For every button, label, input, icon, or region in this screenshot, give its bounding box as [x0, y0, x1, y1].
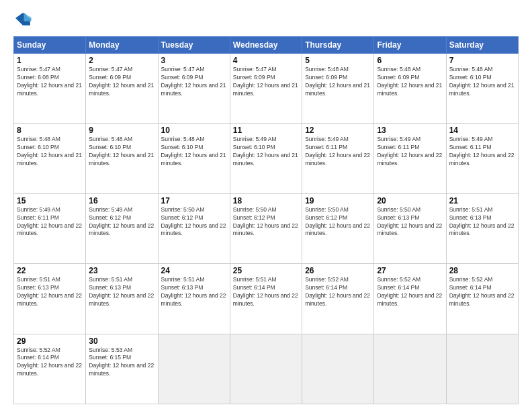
- table-row: 17 Sunrise: 5:50 AMSunset: 6:12 PMDaylig…: [158, 193, 230, 263]
- table-row: [302, 334, 374, 404]
- table-row: 12 Sunrise: 5:49 AMSunset: 6:11 PMDaylig…: [302, 124, 374, 193]
- header-wednesday: Wednesday: [230, 37, 302, 54]
- day-number: 4: [233, 56, 299, 65]
- calendar-table: Sunday Monday Tuesday Wednesday Thursday…: [13, 36, 519, 404]
- day-number: 9: [89, 126, 154, 135]
- day-info: Sunrise: 5:51 AMSunset: 6:13 PMDaylight:…: [161, 276, 227, 308]
- day-number: 22: [17, 266, 83, 275]
- day-number: 5: [305, 56, 371, 65]
- table-row: 30 Sunrise: 5:53 AMSunset: 6:15 PMDaylig…: [86, 334, 158, 404]
- header-monday: Monday: [86, 37, 158, 54]
- day-number: 8: [17, 126, 83, 135]
- table-row: 7 Sunrise: 5:48 AMSunset: 6:10 PMDayligh…: [446, 54, 518, 124]
- day-number: 13: [377, 126, 443, 135]
- header-saturday: Saturday: [446, 37, 518, 54]
- day-info: Sunrise: 5:47 AMSunset: 6:08 PMDaylight:…: [17, 66, 83, 98]
- header-thursday: Thursday: [302, 37, 374, 54]
- logo-icon: [13, 11, 32, 30]
- table-row: [374, 334, 446, 404]
- day-info: Sunrise: 5:49 AMSunset: 6:11 PMDaylight:…: [305, 136, 371, 168]
- day-info: Sunrise: 5:52 AMSunset: 6:14 PMDaylight:…: [305, 276, 371, 308]
- table-row: 4 Sunrise: 5:47 AMSunset: 6:09 PMDayligh…: [230, 54, 302, 124]
- day-info: Sunrise: 5:52 AMSunset: 6:14 PMDaylight:…: [17, 347, 83, 379]
- day-number: 18: [233, 196, 299, 205]
- table-row: 27 Sunrise: 5:52 AMSunset: 6:14 PMDaylig…: [374, 264, 446, 334]
- day-info: Sunrise: 5:51 AMSunset: 6:13 PMDaylight:…: [89, 276, 154, 308]
- table-row: 15 Sunrise: 5:49 AMSunset: 6:11 PMDaylig…: [14, 193, 86, 263]
- day-info: Sunrise: 5:48 AMSunset: 6:10 PMDaylight:…: [17, 136, 83, 168]
- table-row: 2 Sunrise: 5:47 AMSunset: 6:09 PMDayligh…: [86, 54, 158, 124]
- day-number: 17: [161, 196, 227, 205]
- table-row: 3 Sunrise: 5:47 AMSunset: 6:09 PMDayligh…: [158, 54, 230, 124]
- table-row: [230, 334, 302, 404]
- header-friday: Friday: [374, 37, 446, 54]
- table-row: 24 Sunrise: 5:51 AMSunset: 6:13 PMDaylig…: [158, 264, 230, 334]
- calendar-week-row: 22 Sunrise: 5:51 AMSunset: 6:13 PMDaylig…: [14, 264, 519, 334]
- page: Sunday Monday Tuesday Wednesday Thursday…: [0, 0, 532, 411]
- day-number: 10: [161, 126, 227, 135]
- table-row: 26 Sunrise: 5:52 AMSunset: 6:14 PMDaylig…: [302, 264, 374, 334]
- day-number: 27: [377, 266, 443, 275]
- header: [13, 11, 519, 30]
- day-number: 15: [17, 196, 83, 205]
- day-info: Sunrise: 5:49 AMSunset: 6:10 PMDaylight:…: [233, 136, 299, 168]
- table-row: 6 Sunrise: 5:48 AMSunset: 6:09 PMDayligh…: [374, 54, 446, 124]
- day-info: Sunrise: 5:48 AMSunset: 6:09 PMDaylight:…: [305, 66, 371, 98]
- day-number: 26: [305, 266, 371, 275]
- table-row: 16 Sunrise: 5:49 AMSunset: 6:12 PMDaylig…: [86, 193, 158, 263]
- day-number: 30: [89, 336, 154, 346]
- table-row: [446, 334, 518, 404]
- day-info: Sunrise: 5:47 AMSunset: 6:09 PMDaylight:…: [89, 66, 154, 98]
- day-number: 23: [89, 266, 154, 275]
- day-number: 28: [449, 266, 515, 275]
- day-info: Sunrise: 5:51 AMSunset: 6:13 PMDaylight:…: [17, 276, 83, 308]
- day-info: Sunrise: 5:50 AMSunset: 6:12 PMDaylight:…: [305, 206, 371, 238]
- day-info: Sunrise: 5:49 AMSunset: 6:11 PMDaylight:…: [377, 136, 443, 168]
- day-info: Sunrise: 5:49 AMSunset: 6:11 PMDaylight:…: [17, 206, 83, 238]
- table-row: 25 Sunrise: 5:51 AMSunset: 6:14 PMDaylig…: [230, 264, 302, 334]
- day-number: 19: [305, 196, 371, 205]
- day-info: Sunrise: 5:48 AMSunset: 6:10 PMDaylight:…: [161, 136, 227, 168]
- table-row: 14 Sunrise: 5:49 AMSunset: 6:11 PMDaylig…: [446, 124, 518, 193]
- day-info: Sunrise: 5:51 AMSunset: 6:13 PMDaylight:…: [449, 206, 515, 238]
- day-number: 20: [377, 196, 443, 205]
- day-info: Sunrise: 5:47 AMSunset: 6:09 PMDaylight:…: [161, 66, 227, 98]
- day-info: Sunrise: 5:48 AMSunset: 6:09 PMDaylight:…: [377, 66, 443, 98]
- table-row: 1 Sunrise: 5:47 AMSunset: 6:08 PMDayligh…: [14, 54, 86, 124]
- table-row: 11 Sunrise: 5:49 AMSunset: 6:10 PMDaylig…: [230, 124, 302, 193]
- day-number: 14: [449, 126, 515, 135]
- table-row: 13 Sunrise: 5:49 AMSunset: 6:11 PMDaylig…: [374, 124, 446, 193]
- day-number: 16: [89, 196, 154, 205]
- day-info: Sunrise: 5:48 AMSunset: 6:10 PMDaylight:…: [449, 66, 515, 98]
- header-sunday: Sunday: [14, 37, 86, 54]
- table-row: 22 Sunrise: 5:51 AMSunset: 6:13 PMDaylig…: [14, 264, 86, 334]
- day-info: Sunrise: 5:50 AMSunset: 6:12 PMDaylight:…: [161, 206, 227, 238]
- day-info: Sunrise: 5:50 AMSunset: 6:12 PMDaylight:…: [233, 206, 299, 238]
- calendar-week-row: 15 Sunrise: 5:49 AMSunset: 6:11 PMDaylig…: [14, 193, 519, 263]
- day-number: 7: [449, 56, 515, 65]
- day-info: Sunrise: 5:53 AMSunset: 6:15 PMDaylight:…: [89, 347, 154, 379]
- day-number: 2: [89, 56, 154, 65]
- table-row: 28 Sunrise: 5:52 AMSunset: 6:14 PMDaylig…: [446, 264, 518, 334]
- day-info: Sunrise: 5:47 AMSunset: 6:09 PMDaylight:…: [233, 66, 299, 98]
- day-info: Sunrise: 5:49 AMSunset: 6:11 PMDaylight:…: [449, 136, 515, 168]
- calendar-week-row: 29 Sunrise: 5:52 AMSunset: 6:14 PMDaylig…: [14, 334, 519, 404]
- day-info: Sunrise: 5:49 AMSunset: 6:12 PMDaylight:…: [89, 206, 154, 238]
- day-number: 12: [305, 126, 371, 135]
- day-number: 1: [17, 56, 83, 65]
- calendar-week-row: 1 Sunrise: 5:47 AMSunset: 6:08 PMDayligh…: [14, 54, 519, 124]
- day-number: 21: [449, 196, 515, 205]
- header-tuesday: Tuesday: [158, 37, 230, 54]
- day-info: Sunrise: 5:52 AMSunset: 6:14 PMDaylight:…: [377, 276, 443, 308]
- day-info: Sunrise: 5:50 AMSunset: 6:13 PMDaylight:…: [377, 206, 443, 238]
- calendar-week-row: 8 Sunrise: 5:48 AMSunset: 6:10 PMDayligh…: [14, 124, 519, 193]
- table-row: 18 Sunrise: 5:50 AMSunset: 6:12 PMDaylig…: [230, 193, 302, 263]
- table-row: 5 Sunrise: 5:48 AMSunset: 6:09 PMDayligh…: [302, 54, 374, 124]
- table-row: 21 Sunrise: 5:51 AMSunset: 6:13 PMDaylig…: [446, 193, 518, 263]
- logo: [13, 11, 35, 30]
- day-info: Sunrise: 5:48 AMSunset: 6:10 PMDaylight:…: [89, 136, 154, 168]
- table-row: 10 Sunrise: 5:48 AMSunset: 6:10 PMDaylig…: [158, 124, 230, 193]
- table-row: 19 Sunrise: 5:50 AMSunset: 6:12 PMDaylig…: [302, 193, 374, 263]
- table-row: [158, 334, 230, 404]
- day-number: 24: [161, 266, 227, 275]
